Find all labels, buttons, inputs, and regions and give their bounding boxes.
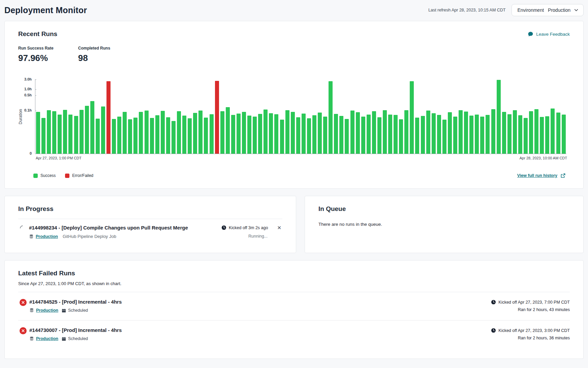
run-bar[interactable] — [551, 109, 555, 154]
run-bar[interactable] — [36, 112, 40, 154]
run-bar[interactable] — [285, 110, 289, 154]
run-bar[interactable] — [112, 119, 116, 154]
run-bar[interactable] — [74, 116, 78, 154]
run-bar[interactable] — [480, 117, 484, 154]
run-bar[interactable] — [80, 110, 84, 154]
run-bar[interactable] — [345, 119, 349, 154]
view-run-history-link[interactable]: View full run history — [517, 173, 566, 178]
close-icon[interactable]: ✕ — [276, 225, 282, 231]
run-bar[interactable] — [188, 118, 192, 154]
run-bar[interactable] — [47, 110, 51, 154]
run-bar[interactable] — [339, 116, 343, 154]
run-bar[interactable] — [96, 119, 100, 154]
run-bar[interactable] — [513, 110, 517, 154]
run-bar[interactable] — [372, 111, 376, 154]
run-bar[interactable] — [274, 114, 278, 154]
run-bar[interactable] — [52, 111, 56, 154]
run-bar[interactable] — [226, 107, 230, 154]
environment-link[interactable]: Production — [29, 336, 58, 341]
run-bar[interactable] — [318, 113, 322, 154]
run-bar[interactable] — [404, 110, 408, 154]
run-bar[interactable] — [166, 117, 170, 154]
run-bar[interactable] — [377, 117, 381, 154]
run-bar[interactable] — [350, 111, 354, 154]
run-bar[interactable] — [432, 113, 436, 154]
run-bar[interactable] — [421, 116, 425, 154]
run-bar[interactable] — [155, 115, 159, 154]
run-bar[interactable] — [562, 115, 566, 154]
run-bar[interactable] — [150, 118, 154, 154]
run-bar[interactable] — [453, 117, 457, 154]
run-bar[interactable] — [464, 112, 468, 154]
run-bar[interactable] — [469, 116, 473, 154]
run-bar[interactable] — [106, 81, 111, 154]
run-bar[interactable] — [90, 101, 94, 154]
run-bar[interactable] — [415, 118, 419, 154]
run-bar[interactable] — [437, 115, 441, 154]
run-bar[interactable] — [399, 119, 403, 154]
run-bar[interactable] — [497, 80, 501, 154]
run-bar[interactable] — [426, 111, 430, 154]
environment-link[interactable]: Production — [29, 308, 58, 313]
run-bar[interactable] — [356, 112, 360, 154]
run-bar[interactable] — [58, 115, 62, 154]
run-bar[interactable] — [253, 117, 257, 154]
leave-feedback-link[interactable]: Leave Feedback — [528, 31, 570, 37]
run-bar[interactable] — [491, 109, 495, 154]
run-bar[interactable] — [448, 112, 452, 154]
run-bar[interactable] — [139, 112, 143, 154]
run-bar[interactable] — [63, 110, 67, 154]
run-bar[interactable] — [394, 115, 398, 154]
run-bar[interactable] — [193, 113, 197, 154]
run-bar[interactable] — [367, 115, 371, 154]
run-bar[interactable] — [177, 111, 181, 154]
run-bar[interactable] — [534, 109, 538, 154]
run-bar[interactable] — [204, 118, 208, 154]
run-bar[interactable] — [388, 115, 392, 154]
run-bar[interactable] — [280, 120, 284, 154]
run-bar[interactable] — [210, 114, 214, 154]
run-bar[interactable] — [101, 106, 105, 154]
run-bar[interactable] — [123, 112, 127, 154]
run-bar[interactable] — [198, 111, 203, 154]
run-bar[interactable] — [237, 114, 241, 154]
run-bar[interactable] — [85, 106, 89, 154]
run-bar[interactable] — [524, 118, 528, 154]
run-bar[interactable] — [442, 120, 446, 154]
run-bar[interactable] — [302, 114, 306, 154]
environment-link[interactable]: Production — [29, 234, 58, 239]
run-bar[interactable] — [215, 81, 219, 154]
run-bar[interactable] — [242, 112, 246, 154]
run-bar[interactable] — [307, 118, 311, 154]
run-bar[interactable] — [329, 81, 333, 154]
run-bar[interactable] — [161, 111, 165, 154]
run-bar[interactable] — [507, 114, 512, 154]
run-bar[interactable] — [529, 111, 533, 154]
run-bar[interactable] — [220, 111, 224, 154]
run-bar[interactable] — [264, 110, 268, 154]
run-bar[interactable] — [258, 114, 262, 154]
run-bar[interactable] — [323, 117, 327, 154]
run-bar[interactable] — [182, 116, 186, 154]
run-bar[interactable] — [459, 110, 463, 154]
run-bar[interactable] — [361, 117, 365, 154]
run-bar[interactable] — [133, 118, 137, 154]
run-bar[interactable] — [518, 115, 522, 154]
run-bar[interactable] — [296, 117, 300, 154]
run-bar[interactable] — [334, 114, 338, 154]
environment-select[interactable]: Environment Production — [512, 4, 584, 16]
run-bar[interactable] — [41, 118, 45, 154]
run-bar[interactable] — [540, 117, 544, 154]
run-bar[interactable] — [172, 121, 176, 154]
run-bar[interactable] — [145, 111, 149, 154]
run-bar[interactable] — [502, 112, 506, 154]
run-bar[interactable] — [117, 117, 121, 154]
run-bar[interactable] — [486, 115, 490, 154]
run-bar[interactable] — [231, 115, 235, 154]
run-bar[interactable] — [269, 113, 273, 154]
run-bar[interactable] — [383, 110, 387, 154]
run-bar[interactable] — [312, 115, 316, 154]
run-bar[interactable] — [475, 115, 479, 154]
run-bar[interactable] — [556, 113, 560, 154]
run-bar[interactable] — [545, 116, 549, 154]
